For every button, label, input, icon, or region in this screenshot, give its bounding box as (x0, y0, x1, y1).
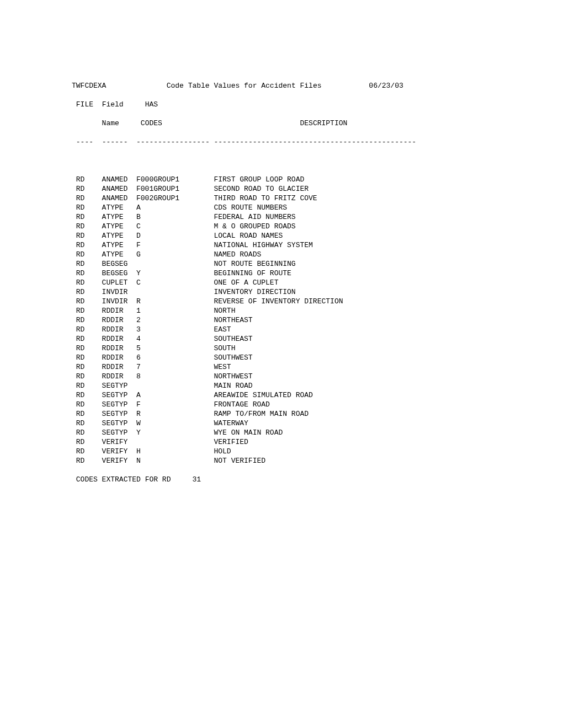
footer-line: CODES EXTRACTED FOR RD 31 (72, 475, 563, 484)
footer-text: CODES EXTRACTED FOR RD (76, 475, 171, 484)
col-name-label: Name (102, 119, 119, 127)
report-header-line-1: TWFCDEXA Code Table Values for Accident … (72, 81, 563, 90)
blank-line (72, 156, 563, 165)
footer-count: 31 (192, 475, 201, 484)
report-header-line-3: Name CODES DESCRIPTION (72, 119, 563, 128)
divider-field: ------ (102, 138, 128, 146)
rows-container: RD ANAMED F000GROUP1 FIRST GROUP LOOP RO… (72, 175, 563, 465)
report-page: TWFCDEXA Code Table Values for Accident … (0, 0, 563, 494)
divider-file: ---- (76, 138, 93, 146)
col-has-label: HAS (145, 100, 158, 109)
report-id: TWFCDEXA (72, 82, 106, 90)
report-title: Code Table Values for Accident Files (167, 82, 322, 90)
report-header-line-2: FILE Field HAS (72, 100, 563, 109)
col-file-label: FILE (76, 100, 93, 109)
report-header-divider: ---- ------ ----------------- ----------… (72, 137, 563, 147)
col-field-label: Field (102, 100, 124, 109)
col-description-label: DESCRIPTION (300, 119, 348, 127)
divider-description: ----------------------------------------… (214, 138, 417, 146)
divider-codes: ----------------- (136, 138, 210, 146)
col-codes-label: CODES (141, 119, 162, 127)
report-date: 06/23/03 (369, 82, 403, 90)
